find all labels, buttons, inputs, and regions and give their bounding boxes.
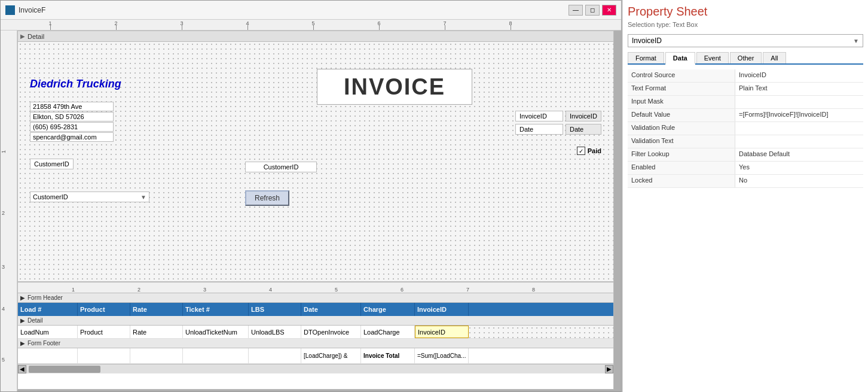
ps-dropdown-value: InvoiceID	[632, 37, 662, 45]
form-header-label: Form Header	[27, 294, 63, 301]
prop-row-7: Enabled Yes	[628, 162, 863, 175]
ruler-inner: 1 2 3 4 5 6 7 8	[17, 20, 621, 30]
detail-body: Diedrich Trucking 21858 479th Ave Elkton…	[18, 42, 613, 281]
form-icon	[5, 5, 15, 15]
column-headers: Load # Product Rate Ticket # LBS Date Ch…	[18, 303, 613, 316]
prop-row-6: Filter Lookup Database Default	[628, 148, 863, 162]
prop-name-0: Control Source	[628, 69, 735, 82]
prop-name-6: Filter Lookup	[628, 148, 735, 161]
invoiceid-box[interactable]: InvoiceID	[515, 111, 563, 121]
tab-other[interactable]: Other	[730, 52, 762, 63]
company-name: Diedrich Trucking	[30, 78, 121, 90]
prop-value-2[interactable]	[735, 96, 863, 108]
paid-area: ✓ Paid	[577, 147, 601, 155]
prop-row-3: Default Value =[Forms]![InvoiceF]![Invoi…	[628, 109, 863, 122]
col-header-4: LBS	[249, 303, 301, 316]
prop-name-3: Default Value	[628, 109, 735, 121]
main-design-area: InvoiceF ― ◻ ✕ 1 2 3 4 5 6 7 8	[0, 0, 622, 392]
subform-area: 1 2 3 4 5 6 7 8 ▶ Form Header Load # Pro…	[17, 282, 614, 390]
form-header-row: ▶ Form Header	[18, 293, 613, 303]
date-label: Date	[566, 124, 601, 135]
data-cell-7[interactable]: InvoiceID	[415, 326, 469, 338]
prop-value-1[interactable]: Plain Text	[735, 83, 863, 95]
footer-cell-3	[183, 348, 249, 363]
data-cell-4[interactable]: UnloadLBS	[249, 326, 301, 338]
paid-checkbox[interactable]: ✓	[577, 147, 585, 155]
address-line-2: Elkton, SD 57026	[30, 112, 114, 121]
refresh-button[interactable]: Refresh	[245, 190, 289, 206]
date-box[interactable]: Date	[515, 124, 563, 135]
prop-value-3[interactable]: =[Forms]![InvoiceF]![InvoiceID]	[735, 109, 863, 121]
prop-value-0[interactable]: InvoiceID	[735, 69, 863, 82]
prop-row-8: Locked No	[628, 175, 863, 188]
prop-name-4: Validation Rule	[628, 122, 735, 135]
scroll-track	[29, 366, 603, 373]
col-header-2: Rate	[130, 303, 183, 316]
detail-section: ▶ Detail Diedrich Trucking 21858 479th A…	[17, 31, 614, 282]
scroll-right-btn[interactable]: ▶	[605, 365, 613, 373]
prop-value-4[interactable]	[735, 122, 863, 135]
address-block: 21858 479th Ave Elkton, SD 57026 (605) 6…	[30, 102, 114, 142]
prop-row-0: Control Source InvoiceID	[628, 69, 863, 83]
footer-cell-2	[130, 348, 183, 363]
minimize-button[interactable]: ―	[569, 5, 583, 16]
form-footer-label: Form Footer	[27, 340, 60, 347]
horizontal-scrollbar[interactable]: ◀ ▶	[18, 364, 613, 373]
prop-value-5[interactable]	[735, 135, 863, 148]
col-header-0: Load #	[18, 303, 78, 316]
customerid-field[interactable]: CustomerID	[245, 162, 317, 172]
vertical-ruler: 1 2 3 4 5	[1, 31, 17, 391]
address-line-4: spencard@gmail.com	[30, 132, 114, 142]
data-cell-6[interactable]: LoadCharge	[361, 326, 415, 338]
scroll-left-btn[interactable]: ◀	[18, 365, 26, 373]
col-header-5: Date	[301, 303, 361, 316]
ps-dropdown[interactable]: InvoiceID ▼	[628, 34, 863, 47]
tab-format[interactable]: Format	[628, 52, 664, 63]
close-button[interactable]: ✕	[602, 5, 616, 16]
address-line-1: 21858 479th Ave	[30, 102, 114, 111]
prop-row-4: Validation Rule	[628, 122, 863, 135]
combo-arrow-icon: ▼	[140, 194, 146, 200]
prop-name-7: Enabled	[628, 162, 735, 174]
tab-data[interactable]: Data	[665, 52, 695, 65]
detail-label: Detail	[27, 33, 44, 40]
data-cell-0[interactable]: LoadNum	[18, 326, 78, 338]
footer-cell-7: =Sum([LoadCha...	[415, 348, 469, 363]
col-header-7: InvoiceID	[415, 303, 469, 316]
address-line-3: (605) 695-2831	[30, 122, 114, 132]
ps-subtitle: Selection type: Text Box	[628, 21, 863, 28]
ps-dropdown-arrow-icon: ▼	[853, 38, 859, 44]
customerid-combo[interactable]: CustomerID ▼	[30, 192, 149, 202]
tab-event[interactable]: Event	[696, 52, 729, 63]
col-header-6: Charge	[361, 303, 415, 316]
tab-all[interactable]: All	[763, 52, 786, 63]
scroll-thumb[interactable]	[29, 366, 100, 373]
prop-value-7[interactable]: Yes	[735, 162, 863, 174]
prop-row-2: Input Mask	[628, 96, 863, 109]
col-header-3: Ticket #	[183, 303, 249, 316]
prop-row-1: Text Format Plain Text	[628, 83, 863, 96]
footer-data-row: [LoadCharge]) & Invoice Total =Sum([Load…	[18, 348, 613, 364]
footer-cell-4	[249, 348, 301, 363]
data-row: LoadNum Product Rate UnloadTicketNum Unl…	[18, 326, 613, 339]
prop-name-5: Validation Text	[628, 135, 735, 148]
invoice-fields: InvoiceID InvoiceID Date Date	[515, 111, 601, 135]
data-cell-3[interactable]: UnloadTicketNum	[183, 326, 249, 338]
customer-id-row: CustomerID ▼	[30, 192, 149, 202]
customer-id-header: CustomerID	[30, 159, 74, 169]
form-body: 1 2 3 4 5 ▶ Detail Diedrich Trucking 218…	[1, 31, 621, 391]
invoiceid-label: InvoiceID	[566, 111, 601, 121]
paid-label: Paid	[588, 147, 601, 154]
top-ruler: 1 2 3 4 5 6 7 8	[1, 20, 621, 31]
footer-cell-6: Invoice Total	[361, 348, 415, 363]
footer-cell-5: [LoadCharge]) &	[301, 348, 361, 363]
prop-value-6[interactable]: Database Default	[735, 148, 863, 161]
restore-button[interactable]: ◻	[585, 5, 600, 16]
prop-value-8[interactable]: No	[735, 175, 863, 187]
date-row: Date Date	[515, 124, 601, 135]
data-cell-5[interactable]: DTOpenInvoice	[301, 326, 361, 338]
data-cell-1[interactable]: Product	[78, 326, 130, 338]
data-cell-2[interactable]: Rate	[130, 326, 183, 338]
invoiceid-row: InvoiceID InvoiceID	[515, 111, 601, 121]
col-header-1: Product	[78, 303, 130, 316]
